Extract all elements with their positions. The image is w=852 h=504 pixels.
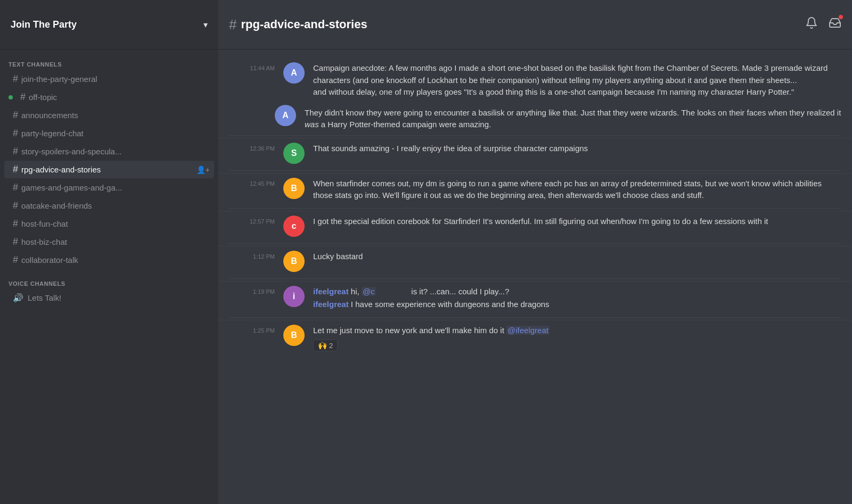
text-channels-label: TEXT CHANNELS [0,58,218,70]
channel-name: collaborator-talk [21,255,210,265]
hash-icon: # [13,110,18,121]
message-text: That sounds amazing - I really enjoy the… [313,143,841,155]
message-author: ifeelgreat [313,300,349,309]
channel-item-party-legend-chat[interactable]: # party-legend-chat [4,125,214,142]
message-text: ifeelgreat hi, @c is it? ...can... could… [313,286,841,298]
message-continuation-text: ifeelgreat I have some experience with d… [313,299,841,311]
message-group: 1:25 PM B Let me just move to new york a… [218,320,852,356]
channel-name: games-and-games-and-ga... [21,183,210,192]
avatar: B [283,251,305,272]
message-group: 12:36 PM S That sounds amazing - I reall… [218,138,852,168]
message-separator [229,243,841,244]
avatar: c [283,216,305,237]
channel-item-games[interactable]: # games-and-games-and-ga... [4,179,214,196]
hash-icon: # [13,182,18,193]
message-group: 1:19 PM i ifeelgreat hi, @c is it? ...ca… [218,281,852,315]
message-content: Let me just move to new york and we'll m… [313,325,841,352]
message-group: 11:44 AM A Campaign anecdote: A few mont… [218,58,852,103]
channel-name: party-legend-chat [21,129,210,138]
hash-icon: # [13,200,18,211]
message-separator [229,317,841,318]
message-author: ifeelgreat [313,287,349,296]
notification-bell-icon[interactable] [805,16,818,32]
mention: @c [362,287,376,296]
channel-item-host-fun-chat[interactable]: # host-fun-chat [4,215,214,233]
channel-name: host-biz-chat [21,237,210,246]
channel-item-collaborator-talk[interactable]: # collaborator-talk [4,251,214,269]
server-name: Join The Party [11,19,77,30]
channel-name: story-spoilers-and-specula... [21,147,210,156]
channel-item-off-topic[interactable]: # off-topic [4,88,214,106]
voice-channel-name: Lets Talk! [28,293,61,302]
message-text: Campaign anecdote: A few months ago I ma… [313,62,841,98]
channel-item-host-biz-chat[interactable]: # host-biz-chat [4,233,214,251]
message-timestamp: 1:25 PM [253,326,275,334]
hash-icon: # [13,236,18,247]
message-separator [229,278,841,279]
inbox-icon[interactable] [829,16,841,32]
message-content: Lucky bastard [313,251,841,272]
message-timestamp: 12:45 PM [250,179,275,187]
message-group: 1:12 PM B Lucky bastard [218,246,852,276]
channel-header: # rpg-advice-and-stories [218,0,852,49]
hash-icon: # [13,73,18,85]
channel-item-announcements[interactable]: # announcements [4,106,214,124]
channel-hash-icon: # [229,16,236,33]
voice-channel-lets-talk[interactable]: 🔊 Lets Talk! [4,290,214,306]
message-timestamp: 1:12 PM [253,252,275,260]
channel-item-oatcake[interactable]: # oatcake-and-friends [4,197,214,214]
channel-name: announcements [21,111,210,120]
avatar: A [275,105,296,126]
channel-name: join-the-party-general [21,75,210,84]
message-text: Lucky bastard [313,251,841,263]
add-member-icon[interactable]: 👤+ [196,166,210,174]
channel-item-rpg-advice[interactable]: # rpg-advice-and-stories 👤+ [4,161,214,178]
voice-channels-label: VOICE CHANNELS [0,277,218,289]
message-timestamp: 11:44 AM [250,64,275,71]
reaction-count: 2 [329,342,333,350]
channel-name: rpg-advice-and-stories [21,165,194,174]
reaction-button[interactable]: 🙌 2 [313,340,338,351]
hash-icon: # [13,146,18,157]
channel-header-icons [805,16,841,32]
message-content: Campaign anecdote: A few months ago I ma… [313,62,841,98]
message-content: That sounds amazing - I really enjoy the… [313,143,841,164]
main-content: # rpg-advice-and-stories 11:44 AM [218,0,852,504]
online-indicator [9,95,13,100]
message-group-continuation: A They didn't know they were going to en… [218,103,852,133]
channel-name: oatcake-and-friends [21,201,210,210]
message-group: 12:45 PM B When starfinder comes out, my… [218,173,852,206]
server-header[interactable]: Join The Party ▾ [0,0,218,49]
channel-title: rpg-advice-and-stories [241,18,367,31]
hash-icon: # [13,254,18,266]
chevron-down-icon: ▾ [203,20,208,30]
speaker-icon: 🔊 [13,293,23,303]
messages-container: 11:44 AM A Campaign anecdote: A few mont… [218,49,852,504]
hash-icon: # [13,164,18,175]
channel-name: off-topic [29,93,210,102]
message-content: I got the special edition corebook for S… [313,216,841,237]
message-timestamp: 12:57 PM [250,217,275,225]
channel-list: TEXT CHANNELS # join-the-party-general #… [0,49,218,504]
message-separator [229,208,841,209]
channel-item-join-the-party-general[interactable]: # join-the-party-general [4,70,214,88]
message-text: When starfinder comes out, my dm is goin… [313,178,841,202]
avatar: B [283,325,305,346]
channel-item-story-spoilers[interactable]: # story-spoilers-and-specula... [4,143,214,160]
avatar: A [283,62,305,84]
message-content: They didn't know they were going to enco… [296,107,841,131]
channel-name: host-fun-chat [21,219,210,228]
sidebar: Join The Party ▾ TEXT CHANNELS # join-th… [0,0,218,504]
avatar: S [283,143,305,164]
channel-header-left: # rpg-advice-and-stories [229,16,367,33]
message-timestamp: 12:36 PM [250,144,275,152]
hash-icon: # [20,92,26,103]
message-separator [229,135,841,136]
reaction-emoji: 🙌 [318,341,327,350]
mention-ifeelgreat: @ifeelgreat [506,326,550,335]
message-text: I got the special edition corebook for S… [313,216,841,228]
avatar: B [283,178,305,199]
message-content: ifeelgreat hi, @c is it? ...can... could… [313,286,841,311]
message-separator [229,170,841,171]
message-timestamp: 1:19 PM [253,287,275,295]
